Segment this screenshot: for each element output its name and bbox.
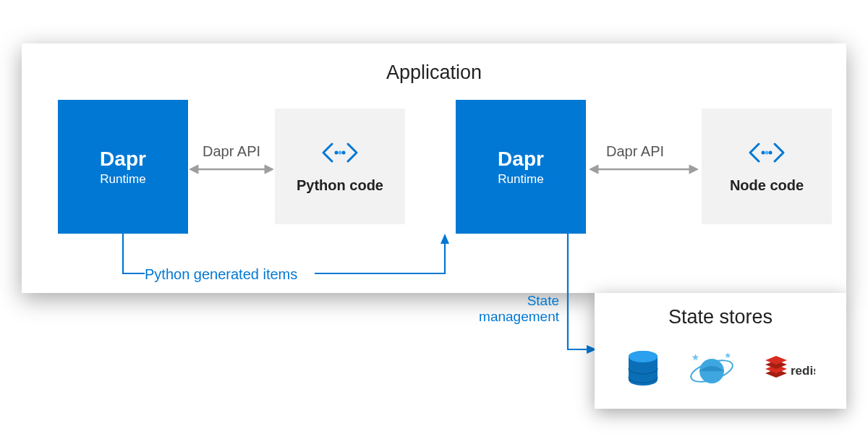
- svg-point-1: [339, 150, 342, 154]
- python-generated-items-label: Python generated items: [145, 266, 297, 283]
- code-icon: [747, 140, 786, 169]
- dapr-api-label-1: Dapr API: [203, 143, 260, 160]
- dapr-runtime-box-1: Dapr Runtime: [58, 100, 188, 234]
- state-management-label: State management: [472, 293, 559, 325]
- cosmos-icon: [689, 349, 734, 393]
- svg-point-5: [769, 150, 773, 154]
- svg-marker-7: [190, 165, 198, 174]
- application-title: Application: [22, 61, 846, 84]
- svg-point-3: [762, 150, 765, 154]
- svg-point-15: [629, 351, 658, 362]
- state-stores-title: State stores: [595, 306, 846, 328]
- svg-point-2: [342, 150, 346, 154]
- python-code-label: Python code: [297, 177, 383, 194]
- dapr-title-2: Dapr: [498, 148, 544, 171]
- svg-point-4: [765, 150, 769, 154]
- svg-marker-12: [441, 234, 449, 244]
- state-stores-box: State stores: [595, 293, 846, 409]
- svg-point-0: [335, 150, 339, 154]
- python-code-box: Python code: [275, 109, 405, 224]
- dapr-subtitle-2: Runtime: [498, 172, 543, 187]
- svg-marker-11: [689, 165, 698, 174]
- dapr-runtime-box-2: Dapr Runtime: [456, 100, 586, 234]
- svg-marker-10: [590, 165, 598, 174]
- dapr-subtitle-1: Runtime: [100, 172, 145, 187]
- svg-text:redis: redis: [791, 364, 815, 378]
- code-icon: [320, 140, 359, 169]
- double-arrow-icon: [590, 163, 698, 176]
- svg-marker-18: [692, 354, 699, 361]
- store-icons-row: redis: [595, 349, 846, 393]
- node-code-box: Node code: [702, 109, 832, 224]
- application-box: Application Dapr Runtime Dapr Runtime Py…: [22, 43, 846, 293]
- double-arrow-icon: [190, 163, 273, 176]
- svg-marker-8: [265, 165, 273, 174]
- dapr-api-label-2: Dapr API: [606, 143, 664, 160]
- redis-icon: redis: [763, 352, 815, 391]
- svg-marker-19: [725, 352, 731, 358]
- dapr-title-1: Dapr: [100, 148, 146, 171]
- python-generated-items-connector: [116, 234, 463, 292]
- database-icon: [626, 349, 660, 393]
- node-code-label: Node code: [730, 177, 804, 194]
